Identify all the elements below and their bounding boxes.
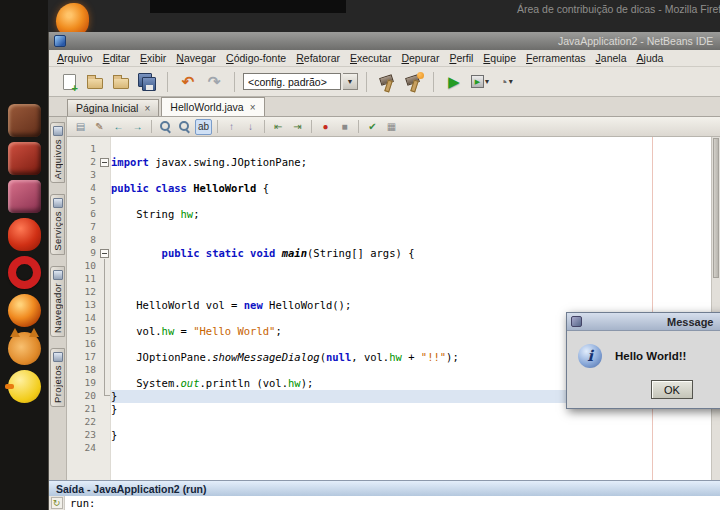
line-number[interactable]: 3 — [67, 169, 99, 182]
menu-perfil[interactable]: Perfil — [444, 52, 478, 64]
source-history-icon[interactable]: ▤ — [72, 119, 89, 135]
line-number[interactable]: 23 — [67, 429, 99, 442]
close-icon[interactable]: × — [144, 103, 150, 114]
fold-minus-icon[interactable] — [100, 249, 109, 258]
line-number[interactable]: 17 — [67, 351, 99, 364]
dock-icon-red-creature[interactable] — [8, 218, 41, 251]
config-combo-dropdown[interactable]: ▼ — [343, 73, 358, 90]
forward-icon[interactable]: → — [129, 119, 146, 135]
dock-icon-orange-sphere[interactable] — [8, 294, 41, 327]
window-titlebar[interactable]: JavaApplication2 - NetBeans IDE — [49, 32, 720, 50]
line-number[interactable]: 10 — [67, 260, 99, 273]
code-line[interactable] — [111, 169, 711, 182]
line-number[interactable]: 2 — [67, 156, 99, 169]
menu-editar[interactable]: Editar — [98, 52, 135, 64]
code-line[interactable] — [111, 234, 711, 247]
code-line[interactable]: } — [111, 429, 711, 442]
line-number[interactable]: 7 — [67, 221, 99, 234]
menu-executar[interactable]: Executar — [345, 52, 396, 64]
code-line[interactable]: HelloWorld vol = new HelloWorld(); — [111, 299, 711, 312]
editor-scrollbar[interactable] — [711, 137, 720, 480]
line-number[interactable]: 4 — [67, 182, 99, 195]
output-panel-header[interactable]: Saída - JavaApplication2 (run) — [49, 480, 720, 496]
macro-stop-icon[interactable]: ■ — [336, 119, 353, 135]
config-combo[interactable]: <config. padrão> — [243, 73, 341, 90]
line-number[interactable]: 12 — [67, 286, 99, 299]
line-number[interactable]: 18 — [67, 364, 99, 377]
code-line[interactable]: import javax.swing.JOptionPane; — [111, 156, 711, 169]
code-line[interactable]: public class HelloWorld { — [111, 182, 711, 195]
toggle-highlight-icon[interactable]: ab — [195, 119, 212, 135]
code-line[interactable] — [111, 260, 711, 273]
line-number[interactable]: 5 — [67, 195, 99, 208]
shift-right-icon[interactable]: ⇥ — [289, 119, 306, 135]
line-number[interactable]: 21 — [67, 403, 99, 416]
dock-icon-pink-box[interactable] — [8, 180, 41, 213]
code-line[interactable] — [111, 286, 711, 299]
code-line[interactable] — [111, 442, 711, 455]
line-number[interactable]: 8 — [67, 234, 99, 247]
build-project-button[interactable] — [375, 70, 399, 94]
open-project-button[interactable] — [109, 70, 133, 94]
code-line[interactable] — [111, 221, 711, 234]
code-line[interactable] — [111, 416, 711, 429]
code-line[interactable] — [111, 273, 711, 286]
browser-tab-strip[interactable] — [150, 0, 346, 13]
undo-button[interactable]: ↶ — [176, 70, 200, 94]
comment-icon[interactable]: ✔ — [364, 119, 381, 135]
fold-minus-icon[interactable] — [100, 158, 109, 167]
save-all-button[interactable] — [135, 70, 159, 94]
menu-ferramentas[interactable]: Ferramentas — [521, 52, 591, 64]
find-selection-icon[interactable] — [157, 119, 174, 135]
line-number[interactable]: 14 — [67, 312, 99, 325]
code-editor[interactable]: import javax.swing.JOptionPane;public cl… — [111, 137, 711, 480]
dialog-titlebar[interactable]: Message — [567, 313, 720, 331]
new-file-button[interactable]: + — [57, 70, 81, 94]
line-number[interactable]: 15 — [67, 325, 99, 338]
next-bookmark-icon[interactable]: ↓ — [242, 119, 259, 135]
new-project-button[interactable] — [83, 70, 107, 94]
menu-janela[interactable]: Janela — [591, 52, 632, 64]
code-line[interactable] — [111, 143, 711, 156]
side-tab-navegador[interactable]: Navegador — [50, 266, 65, 337]
menu-ajuda[interactable]: Ajuda — [632, 52, 669, 64]
menu-arquivo[interactable]: Arquivo — [52, 52, 98, 64]
back-icon[interactable]: ← — [110, 119, 127, 135]
side-tab-arquivos[interactable]: Arquivos — [50, 122, 65, 183]
dock-icon-red-ring[interactable] — [8, 256, 41, 289]
line-number[interactable]: 9 — [67, 247, 99, 260]
menu-equipe[interactable]: Equipe — [478, 52, 521, 64]
profile-project-button[interactable]: ◔▾ — [494, 70, 518, 94]
macro-record-icon[interactable]: ● — [317, 119, 334, 135]
menu-navegar[interactable]: Navegar — [171, 52, 221, 64]
code-line[interactable]: String hw; — [111, 208, 711, 221]
dock-icon-duck[interactable] — [8, 370, 41, 403]
uncomment-icon[interactable]: ▦ — [383, 119, 400, 135]
ok-button[interactable]: OK — [651, 380, 693, 399]
shift-left-icon[interactable]: ⇤ — [270, 119, 287, 135]
line-number[interactable]: 19 — [67, 377, 99, 390]
line-number[interactable]: 6 — [67, 208, 99, 221]
previous-bookmark-icon[interactable]: ↑ — [223, 119, 240, 135]
side-tab-projetos[interactable]: Projetos — [50, 348, 65, 407]
side-tab-serviços[interactable]: Serviços — [50, 194, 65, 255]
line-number[interactable]: 20 — [67, 390, 99, 403]
redo-button[interactable]: ↷ — [202, 70, 226, 94]
find-occurrence-icon[interactable] — [176, 119, 193, 135]
code-line[interactable] — [111, 195, 711, 208]
close-icon[interactable]: × — [250, 102, 256, 113]
run-project-button[interactable]: ▶ — [442, 70, 466, 94]
menu-depurar[interactable]: Depurar — [396, 52, 444, 64]
rerun-button[interactable]: ↻ — [51, 497, 63, 509]
line-number[interactable]: 24 — [67, 442, 99, 455]
dock-icon-brown-cube[interactable] — [8, 104, 41, 137]
menu-refatorar[interactable]: Refatorar — [291, 52, 345, 64]
menu-exibir[interactable]: Exibir — [135, 52, 171, 64]
line-number[interactable]: 1 — [67, 143, 99, 156]
last-edit-position-icon[interactable]: ✎ — [91, 119, 108, 135]
line-number[interactable]: 16 — [67, 338, 99, 351]
tab-página-inicial[interactable]: Página Inicial× — [67, 99, 159, 116]
line-number[interactable]: 13 — [67, 299, 99, 312]
dock-icon-red-cube[interactable] — [8, 142, 41, 175]
debug-project-button[interactable]: ▶▾ — [468, 70, 492, 94]
